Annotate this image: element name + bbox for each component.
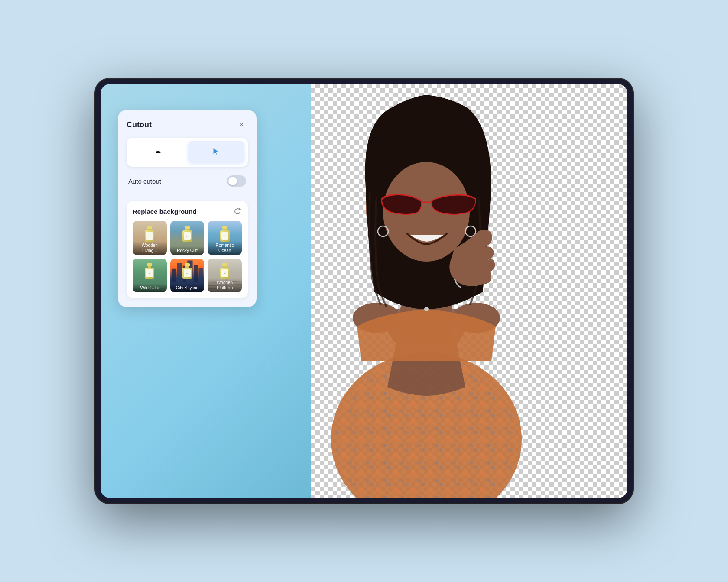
background-item-romantic-ocean[interactable]: prf Romantic Ocean	[208, 221, 242, 255]
auto-cutout-label: Auto cutout	[128, 178, 161, 185]
brush-icon: ✒	[155, 148, 162, 157]
svg-rect-19	[198, 268, 203, 282]
background-label-romantic-ocean: Romantic Ocean	[208, 241, 242, 255]
svg-point-10	[424, 307, 429, 311]
replace-bg-title: Replace background	[133, 208, 197, 215]
close-button[interactable]: ×	[236, 119, 248, 131]
svg-rect-14	[172, 268, 176, 282]
auto-cutout-toggle[interactable]	[227, 175, 246, 187]
svg-rect-18	[194, 265, 198, 282]
background-label-rocky-cliff: Rocky Cliff	[170, 246, 205, 255]
refresh-icon[interactable]	[233, 207, 242, 216]
tablet-screen: Cutout × ✒ Auto cu	[101, 84, 627, 498]
cursor-icon	[211, 146, 221, 158]
perfume-bottle-5: prf	[182, 263, 192, 279]
replace-background-section: Replace background	[127, 201, 248, 298]
panel-header: Cutout ×	[127, 119, 248, 131]
panel-title: Cutout	[127, 120, 152, 129]
subject-photo	[301, 84, 627, 498]
background-grid: prf Wooden Living...	[133, 221, 242, 292]
brush-tool-button[interactable]: ✒	[130, 141, 186, 163]
replace-bg-header: Replace background	[133, 207, 242, 216]
background-item-wooden-living[interactable]: prf Wooden Living...	[133, 221, 167, 255]
tablet-frame: Cutout × ✒ Auto cu	[95, 79, 633, 503]
background-label-wooden-platform: Wooden Platform	[208, 278, 242, 292]
perfume-bottle-3: prf	[220, 226, 230, 242]
svg-rect-15	[177, 263, 181, 282]
perfume-bottle-4: prf	[145, 263, 154, 279]
cutout-panel: Cutout × ✒ Auto cu	[118, 110, 257, 307]
tool-buttons-container: ✒	[127, 138, 248, 167]
background-label-wild-lake: Wild Lake	[133, 284, 167, 292]
background-label-wooden-living: Wooden Living...	[133, 241, 167, 255]
perfume-bottle-6: prf	[220, 263, 230, 279]
background-item-rocky-cliff[interactable]: prf Rocky Cliff	[170, 221, 205, 255]
background-item-city-skyline[interactable]: prf City Skyline	[170, 259, 205, 293]
select-tool-button[interactable]	[188, 141, 244, 163]
background-item-wild-lake[interactable]: prf Wild Lake	[133, 259, 167, 293]
perfume-bottle-2: prf	[182, 226, 192, 242]
auto-cutout-row: Auto cutout	[127, 174, 248, 194]
background-item-wooden-platform[interactable]: prf Wooden Platform	[208, 259, 242, 293]
background-label-city-skyline: City Skyline	[170, 284, 205, 292]
perfume-bottle-1: prf	[145, 226, 154, 242]
